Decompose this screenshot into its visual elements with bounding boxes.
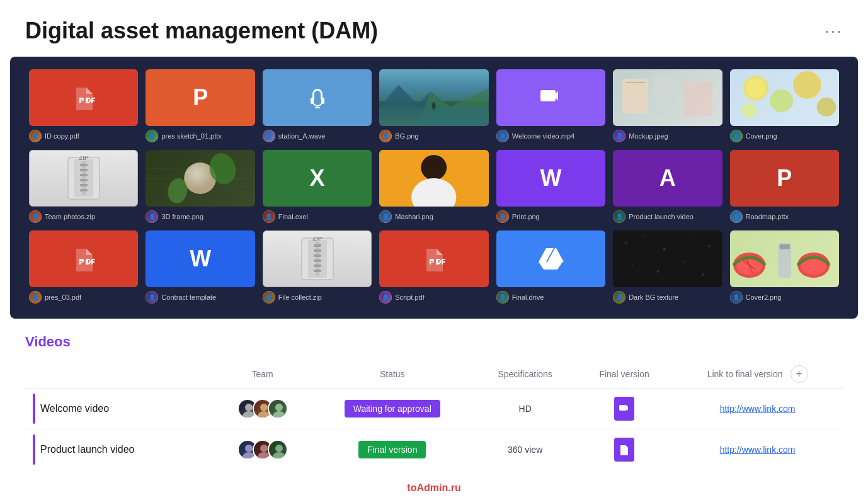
asset-thumbnail[interactable]: P [730, 150, 839, 207]
svg-rect-29 [80, 179, 88, 181]
asset-name: Team photos.zip [45, 213, 95, 220]
svg-point-58 [689, 239, 691, 241]
asset-meta: 👤 3D frame.png [146, 210, 254, 223]
avatar: 👤 [730, 130, 743, 142]
svg-rect-26 [80, 164, 88, 166]
svg-text:ZIP: ZIP [79, 156, 89, 161]
asset-meta: 👤 Team photos.zip [29, 210, 138, 223]
add-column-button[interactable]: + [791, 365, 808, 383]
asset-name: BG.png [395, 132, 418, 140]
col-link: Link to final version + [672, 360, 843, 389]
svg-rect-27 [80, 169, 88, 171]
asset-name: station_A.wave [278, 132, 326, 140]
svg-point-57 [663, 248, 666, 251]
svg-point-74 [260, 404, 268, 411]
avatar: 👤 [379, 210, 392, 223]
asset-thumbnail[interactable]: W [496, 150, 605, 207]
avatar: 👤 [730, 291, 743, 304]
avatar: 👤 [496, 291, 509, 304]
svg-point-41 [411, 178, 456, 207]
asset-name: Cover2.png [746, 293, 782, 301]
asset-name: Final.drive [512, 293, 544, 301]
asset-name: Mashari.png [395, 213, 433, 220]
avatar [268, 399, 288, 419]
link-cell: http://www.link.com [672, 389, 843, 429]
final-version-link[interactable]: http://www.link.com [720, 404, 796, 414]
asset-thumbnail[interactable]: A [613, 150, 722, 207]
asset-thumbnail[interactable] [730, 69, 839, 126]
asset-thumbnail[interactable] [29, 69, 138, 126]
spec-value: 360 view [508, 445, 542, 455]
svg-rect-31 [80, 189, 88, 191]
list-item: 👤 3D frame.png [146, 150, 254, 223]
asset-thumbnail[interactable] [379, 150, 488, 207]
video-name-cell: Product launch video [25, 429, 214, 470]
svg-rect-52 [314, 270, 321, 272]
list-item: W 👤 Contract template [146, 230, 254, 304]
asset-thumbnail[interactable] [379, 69, 488, 126]
asset-thumbnail[interactable] [146, 150, 254, 207]
spec-cell: HD [474, 389, 576, 429]
avatar: 👤 [613, 210, 625, 223]
asset-thumbnail[interactable]: ZIP [29, 150, 138, 207]
asset-thumbnail[interactable]: X [263, 150, 372, 207]
list-item: 👤 ID copy.pdf [29, 69, 138, 142]
svg-rect-47 [314, 244, 321, 247]
status-cell: Final version [311, 429, 474, 470]
asset-grid: 👤 ID copy.pdf P 👤 pres sketch_01.pttx [29, 69, 839, 304]
asset-thumbnail[interactable] [730, 230, 839, 287]
asset-name: Dark BG texture [629, 293, 678, 301]
asset-thumbnail[interactable] [379, 230, 488, 287]
svg-point-85 [273, 452, 285, 460]
asset-thumbnail[interactable] [613, 69, 722, 126]
asset-meta: 👤 Script.pdf [379, 291, 488, 304]
svg-point-18 [746, 79, 765, 98]
asset-grid-section: 👤 ID copy.pdf P 👤 pres sketch_01.pttx [10, 57, 858, 319]
asset-thumbnail[interactable] [29, 230, 138, 287]
asset-meta: 👤 Final.drive [496, 291, 605, 304]
svg-rect-54 [613, 230, 722, 287]
asset-thumbnail[interactable] [496, 230, 605, 287]
asset-meta: 👤 pres sketch_01.pttx [146, 130, 254, 142]
svg-point-63 [702, 273, 704, 276]
page-container: Digital asset management (DAM) ··· [0, 0, 868, 500]
svg-rect-51 [314, 264, 321, 267]
svg-marker-79 [627, 406, 628, 411]
svg-point-62 [683, 261, 685, 263]
list-item: 👤 Welcome video.mp4 [496, 69, 605, 142]
final-version-cell: A [576, 429, 672, 470]
svg-point-84 [275, 445, 283, 452]
video-title: Product launch video [40, 444, 134, 455]
list-item: 👤 Script.pdf [379, 230, 488, 304]
asset-meta: 👤 Mockup.jpeg [613, 130, 722, 142]
asset-meta: 👤 Cover2.png [730, 291, 839, 304]
asset-thumbnail[interactable]: P [146, 69, 254, 126]
svg-rect-14 [653, 75, 678, 108]
svg-point-19 [770, 89, 793, 112]
asset-thumbnail[interactable]: W [146, 230, 254, 287]
table-row: Welcome video [25, 389, 843, 429]
more-options-button[interactable]: ··· [825, 21, 843, 41]
svg-rect-71 [779, 244, 789, 249]
avatar: 👤 [29, 291, 42, 304]
svg-rect-30 [80, 184, 88, 186]
avatar: 👤 [379, 291, 392, 304]
svg-point-22 [741, 103, 757, 118]
asset-thumbnail[interactable] [263, 69, 372, 126]
videos-table: Team Status Specifications Final version… [25, 360, 843, 470]
asset-meta: 👤 Welcome video.mp4 [496, 130, 605, 142]
svg-point-60 [631, 264, 633, 266]
list-item: 👤 Mashari.png [379, 150, 488, 223]
avatar: 👤 [496, 130, 509, 142]
header: Digital asset management (DAM) ··· [0, 0, 868, 57]
svg-point-40 [421, 155, 447, 180]
asset-thumbnail[interactable]: ZIP [263, 230, 372, 287]
final-version-link[interactable]: http://www.link.com [720, 445, 796, 455]
svg-point-42 [428, 164, 431, 168]
asset-name: Cover.png [746, 132, 777, 140]
svg-rect-28 [80, 174, 88, 176]
asset-thumbnail[interactable] [613, 230, 722, 287]
asset-thumbnail[interactable] [496, 69, 605, 126]
list-item: X 👤 Final.exel [263, 150, 372, 223]
asset-meta: 👤 pres_03.pdf [29, 291, 138, 304]
